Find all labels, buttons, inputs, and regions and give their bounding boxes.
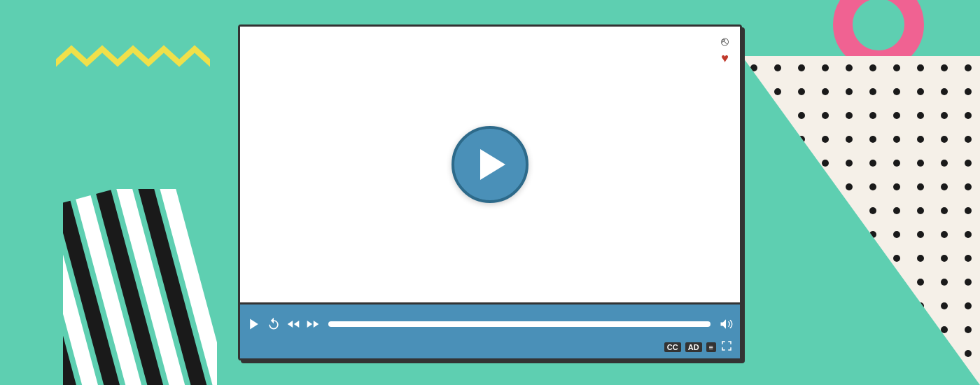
- svg-marker-13: [307, 321, 313, 328]
- rewind-button[interactable]: [286, 317, 300, 331]
- polka-dots-decoration: [742, 56, 980, 385]
- heart-icon[interactable]: ♥: [721, 52, 729, 64]
- video-player: ⎋ ♥: [238, 24, 742, 360]
- control-bar: CC AD ≡: [240, 302, 740, 358]
- top-icons: ⎋ ♥: [721, 35, 729, 64]
- replay-button[interactable]: [267, 317, 281, 331]
- svg-marker-14: [314, 321, 319, 328]
- play-control-button[interactable]: [247, 317, 261, 331]
- share-icon[interactable]: ⎋: [721, 35, 729, 48]
- transcript-button[interactable]: ≡: [706, 342, 716, 352]
- controls-top-row: [247, 309, 733, 340]
- play-triangle-icon: [480, 149, 505, 180]
- svg-marker-12: [294, 321, 300, 328]
- play-button-large[interactable]: [451, 126, 528, 203]
- svg-marker-11: [288, 321, 293, 328]
- volume-button[interactable]: [719, 317, 733, 331]
- zigzag-decoration: [56, 42, 210, 80]
- cc-button[interactable]: CC: [664, 342, 681, 352]
- svg-marker-10: [250, 319, 258, 330]
- fastforward-button[interactable]: [306, 317, 320, 331]
- svg-marker-15: [721, 319, 727, 328]
- ad-button[interactable]: AD: [685, 342, 702, 352]
- video-area: ⎋ ♥: [240, 27, 740, 302]
- svg-rect-9: [742, 56, 980, 385]
- progress-bar[interactable]: [328, 321, 710, 327]
- controls-bottom-row: CC AD ≡: [247, 340, 733, 356]
- fullscreen-button[interactable]: [720, 340, 733, 354]
- stripes-decoration: [63, 189, 217, 385]
